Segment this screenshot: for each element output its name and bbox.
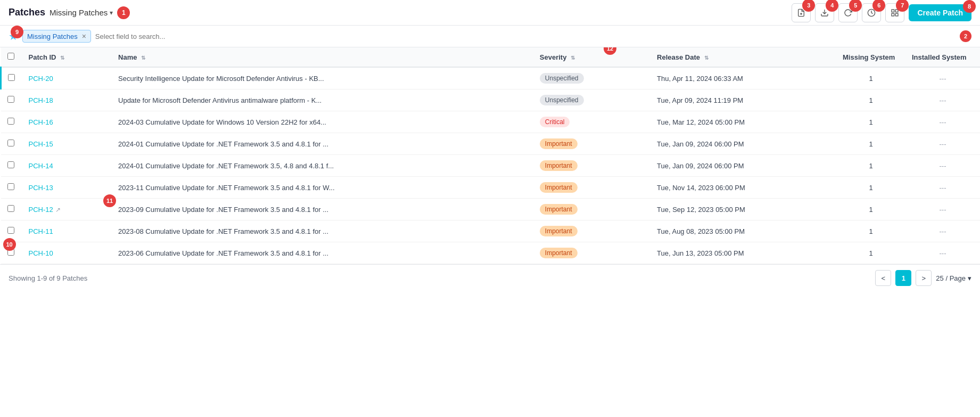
- grid-view-button[interactable]: [885, 3, 904, 22]
- row-checkbox[interactable]: [7, 161, 14, 168]
- missing-system-cell: 1: [836, 111, 905, 133]
- patch-id-link[interactable]: PCH-14: [29, 162, 53, 170]
- row-checkbox-cell: [1, 155, 22, 177]
- severity-cell: Important: [533, 220, 638, 242]
- severity-cell: Important: [533, 242, 638, 264]
- table-header: Patch ID ⇅ Name ⇅ Severity ⇅ 12 Release …: [1, 47, 981, 67]
- row-checkbox[interactable]: [7, 118, 14, 125]
- installed-system-header[interactable]: Installed System: [905, 47, 980, 67]
- spacer-header: [638, 47, 650, 67]
- header-actions: 3 4 5 6 7 Create Patch: [792, 3, 971, 22]
- installed-system-cell: ---: [905, 199, 980, 220]
- patch-id-cell: PCH-14: [22, 155, 112, 177]
- row-checkbox[interactable]: [7, 249, 14, 256]
- view-selector[interactable]: Missing Patches ▾: [50, 8, 113, 17]
- row-checkbox[interactable]: [8, 74, 15, 81]
- chevron-down-icon: ▾: [110, 9, 113, 17]
- row-checkbox[interactable]: [7, 140, 14, 146]
- patch-id-cell: PCH-20: [22, 67, 112, 89]
- filter-tag-label: Missing Patches: [27, 32, 78, 40]
- patch-id-cell: PCH-11: [22, 220, 112, 242]
- annotation-badge-2: 2: [960, 30, 971, 42]
- patch-name-cell: Update for Microsoft Defender Antivirus …: [112, 89, 533, 111]
- annotation-badge-12: 12: [604, 47, 616, 55]
- installed-system-cell: ---: [905, 177, 980, 199]
- pagination: < 1 > 25 / Page ▾: [875, 270, 971, 286]
- patch-id-cell: PCH-15: [22, 133, 112, 155]
- patch-id-header[interactable]: Patch ID ⇅: [22, 47, 112, 67]
- page-1-button[interactable]: 1: [895, 270, 911, 286]
- next-page-button[interactable]: >: [916, 270, 932, 286]
- select-all-header[interactable]: [1, 47, 22, 67]
- select-all-checkbox[interactable]: [7, 53, 14, 60]
- patch-id-link[interactable]: PCH-18: [29, 96, 53, 104]
- row-checkbox-cell: [1, 111, 22, 133]
- table-row: PCH-132023-11 Cumulative Update for .NET…: [1, 177, 981, 199]
- missing-system-cell: 1: [836, 199, 905, 220]
- schedule-button[interactable]: [862, 3, 881, 22]
- installed-system-cell: ---: [905, 133, 980, 155]
- patch-id-link[interactable]: PCH-20: [29, 75, 53, 83]
- table-row: PCH-18Update for Microsoft Defender Anti…: [1, 89, 981, 111]
- refresh-button[interactable]: [838, 3, 858, 22]
- severity-badge: Important: [540, 160, 578, 171]
- download-button[interactable]: [815, 3, 834, 22]
- row-checkbox-cell: 10: [1, 242, 22, 264]
- missing-system-cell: 1: [836, 133, 905, 155]
- missing-system-cell: 1: [836, 155, 905, 177]
- row-checkbox-cell: [1, 133, 22, 155]
- sort-icon-name: ⇅: [141, 55, 145, 61]
- row-checkbox[interactable]: [7, 227, 14, 234]
- date-cell: Tue, Sep 12, 2023 05:00 PM: [650, 199, 836, 220]
- star-wrapper: ★ 9: [9, 30, 18, 43]
- row-checkbox-cell: [1, 89, 22, 111]
- row-checkbox-cell: [1, 177, 22, 199]
- external-link-icon: ↗: [55, 206, 61, 214]
- schedule-btn-wrapper: 6: [862, 3, 881, 22]
- severity-header[interactable]: Severity ⇅ 12: [533, 47, 638, 67]
- table-row: PCH-152024-01 Cumulative Update for .NET…: [1, 133, 981, 155]
- date-cell: Tue, Jun 13, 2023 05:00 PM: [650, 242, 836, 264]
- severity-cell: Important: [533, 155, 638, 177]
- chevron-down-icon-per-page: ▾: [968, 274, 971, 282]
- search-bar: Missing Patches ×: [22, 30, 956, 43]
- annotation-badge-1: 1: [117, 6, 130, 19]
- filter-tag-close-button[interactable]: ×: [82, 32, 86, 40]
- svg-rect-4: [892, 10, 894, 12]
- favorite-button[interactable]: ★: [9, 30, 18, 43]
- row-checkbox[interactable]: [7, 183, 14, 190]
- patch-name-text: 2024-01 Cumulative Update for .NET Frame…: [118, 140, 328, 148]
- patch-id-cell: PCH-16: [22, 111, 112, 133]
- patch-id-link[interactable]: PCH-15: [29, 140, 53, 148]
- missing-system-cell: 1: [836, 89, 905, 111]
- date-cell: Tue, Nov 14, 2023 06:00 PM: [650, 177, 836, 199]
- patch-name-cell: 2023-11 Cumulative Update for .NET Frame…: [112, 177, 533, 199]
- table-row: 10PCH-102023-06 Cumulative Update for .N…: [1, 242, 981, 264]
- severity-badge: Important: [540, 182, 578, 193]
- table-body: PCH-20Security Intelligence Update for M…: [1, 67, 981, 264]
- export-button[interactable]: [792, 3, 811, 22]
- release-date-header[interactable]: Release Date ⇅: [650, 47, 836, 67]
- missing-system-header[interactable]: Missing System: [836, 47, 905, 67]
- patch-id-link[interactable]: PCH-13: [29, 184, 53, 192]
- patch-id-link[interactable]: PCH-12: [29, 206, 53, 214]
- patch-id-cell: PCH-12↗11: [22, 199, 112, 220]
- patch-id-link[interactable]: PCH-11: [29, 227, 53, 235]
- toolbar: ★ 9 Missing Patches × 2: [0, 26, 980, 47]
- header: Patches Missing Patches ▾ 1 3 4 5: [0, 0, 980, 26]
- search-input[interactable]: [95, 32, 956, 40]
- per-page-selector[interactable]: 25 / Page ▾: [936, 274, 971, 282]
- create-patch-button[interactable]: Create Patch: [909, 4, 971, 21]
- patch-name-text: 2023-09 Cumulative Update for .NET Frame…: [118, 206, 328, 214]
- name-header[interactable]: Name ⇅: [112, 47, 533, 67]
- patch-id-link[interactable]: PCH-10: [29, 249, 53, 257]
- row-checkbox[interactable]: [7, 205, 14, 212]
- app-title: Patches: [9, 7, 45, 18]
- view-label: Missing Patches: [50, 8, 108, 17]
- sort-icon-severity: ⇅: [571, 55, 575, 61]
- patch-id-link[interactable]: PCH-16: [29, 118, 53, 126]
- prev-page-button[interactable]: <: [875, 270, 891, 286]
- row-checkbox[interactable]: [7, 96, 14, 103]
- download-btn-wrapper: 4: [815, 3, 834, 22]
- refresh-btn-wrapper: 5: [838, 3, 858, 22]
